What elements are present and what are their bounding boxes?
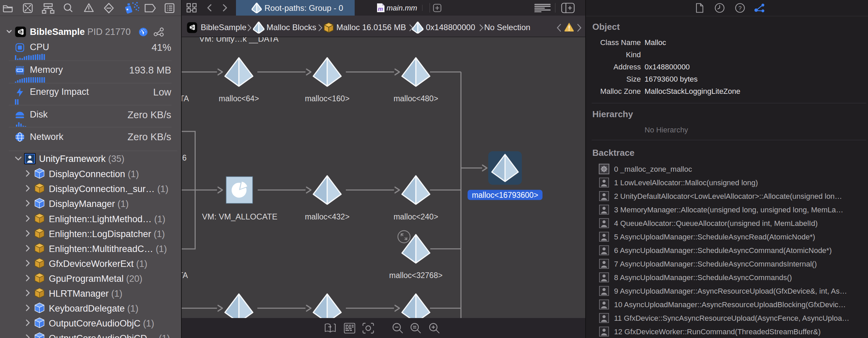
svg-text:malloc<432>: malloc<432> [305,212,350,221]
svg-text:malloc<240>: malloc<240> [394,212,438,221]
svg-text:0 _malloc_zone_malloc: 0 _malloc_zone_malloc [614,165,692,173]
svg-text:malloc<64>: malloc<64> [219,94,259,103]
svg-text:m: m [378,6,383,12]
svg-text:9 AsyncUploadManager::AsyncRes: 9 AsyncUploadManager::AsyncResourceUploa… [614,287,847,295]
svg-text:11 GfxDevice::SyncAsyncResourc: 11 GfxDevice::SyncAsyncResourceUpload(As… [614,314,849,322]
svg-text:12 GfxDeviceWorker::RunCommand: 12 GfxDeviceWorker::RunCommand(ThreadedS… [614,328,821,336]
svg-text:malloc<16793600>: malloc<16793600> [472,191,538,199]
svg-text:?: ? [738,5,742,12]
svg-text:10 AsyncUploadManager::AsyncRe: 10 AsyncUploadManager::AsyncResourceUplo… [614,300,846,309]
svg-text:Enlighten::LogDispatcher (1): Enlighten::LogDispatcher (1) [49,229,165,239]
svg-text:6 AsyncUploadManager::Schedule: 6 AsyncUploadManager::ScheduleAsyncComma… [614,246,832,255]
svg-text:GfxDeviceWorkerExt (1): GfxDeviceWorkerExt (1) [49,259,147,269]
svg-text:malloc<160>: malloc<160> [305,94,350,103]
svg-text:KeyboardDelegate (1): KeyboardDelegate (1) [49,303,138,314]
svg-text:5 AsyncUploadManager::Schedule: 5 AsyncUploadManager::ScheduleAsyncRead(… [614,233,815,241]
svg-text:malloc<480>: malloc<480> [394,94,438,103]
svg-text:2 UnityDefaultAllocator<LowLev: 2 UnityDefaultAllocator<LowLevelAllocato… [614,192,842,200]
svg-text:DisplayConnection (1): DisplayConnection (1) [49,169,139,179]
svg-text:8 AsyncUploadManager::Schedule: 8 AsyncUploadManager::ScheduleAsyncComma… [614,273,792,282]
svg-text:7 AsyncUploadManager::Schedule: 7 AsyncUploadManager::ScheduleAsyncComma… [614,260,817,268]
svg-text:1 LowLevelAllocator::Malloc(un: 1 LowLevelAllocator::Malloc(unsigned lon… [614,178,758,187]
svg-text:OutputCoreAudioObjCD… (1): OutputCoreAudioObjCD… (1) [49,333,170,338]
svg-text:Enlighten::LightMethod… (1): Enlighten::LightMethod… (1) [49,214,165,224]
svg-text:OutputCoreAudioObjC (1): OutputCoreAudioObjC (1) [49,318,154,329]
svg-text:Enlighten::MultithreadC… (1): Enlighten::MultithreadC… (1) [49,244,167,254]
svg-text:DisplayManager (1): DisplayManager (1) [49,199,129,209]
svg-text:UnityFramework (35): UnityFramework (35) [39,154,124,164]
svg-text:4 QueueAllocator::QueueAllocat: 4 QueueAllocator::QueueAllocator(unsigne… [614,219,817,228]
svg-text:6: 6 [182,153,187,162]
svg-text:VM: VM_ALLOCATE: VM: VM_ALLOCATE [202,212,277,221]
svg-text:TA: TA [182,94,189,103]
svg-text:HLRTManager (1): HLRTManager (1) [49,289,122,299]
svg-text:GpuProgramMetal (20): GpuProgramMetal (20) [49,274,142,284]
svg-text:DisplayConnection._sur… (1): DisplayConnection._sur… (1) [49,184,169,194]
svg-text:VM: Unity…k __DATA: VM: Unity…k __DATA [199,37,279,43]
svg-text:3 MemoryManager::Allocate(unsi: 3 MemoryManager::Allocate(unsigned long,… [614,206,843,214]
svg-text:TA: TA [182,271,188,280]
svg-text:malloc<32768>: malloc<32768> [389,271,442,280]
